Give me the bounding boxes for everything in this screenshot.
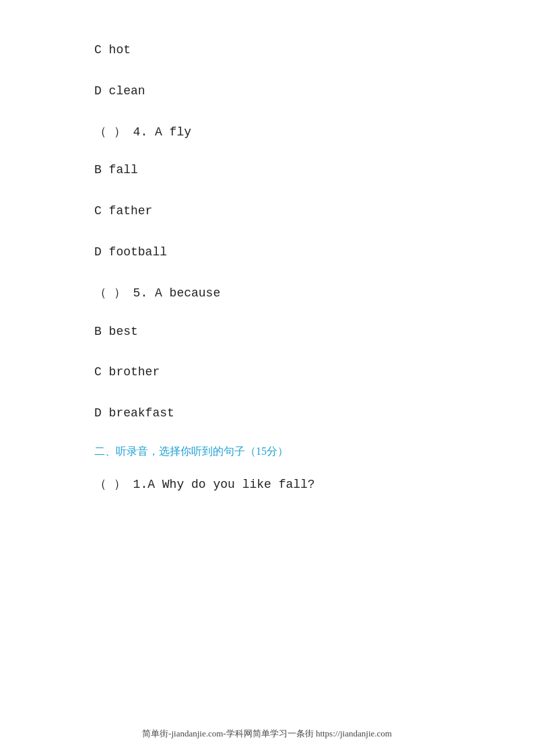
option-b-fall: B fall — [94, 160, 440, 180]
option-c-father: C father — [94, 201, 440, 221]
option-d-breakfast: D breakfast — [94, 404, 440, 423]
question-5: （ ） 5. A because — [94, 284, 440, 303]
option-c-brother: C brother — [94, 363, 440, 382]
option-b-best: B best — [94, 322, 440, 342]
section2-question-1: （ ） 1.A Why do you like fall? — [94, 475, 440, 495]
option-d-football: D football — [94, 243, 440, 262]
option-c-hot: C hot — [94, 40, 440, 60]
option-d-clean: D clean — [94, 82, 440, 101]
section-2-header: 二、听录音，选择你听到的句子（15分） — [94, 445, 440, 459]
page-footer: 简单街-jiandanjie.com-学科网简单学习一条街 https://ji… — [0, 728, 534, 740]
question-4: （ ） 4. A fly — [94, 123, 440, 142]
